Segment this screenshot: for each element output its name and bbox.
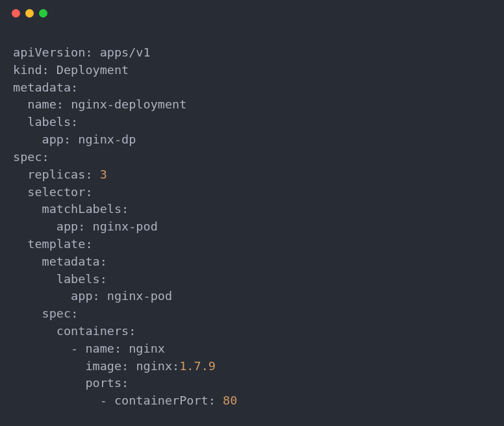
yaml-key: matchLabels — [42, 202, 122, 216]
terminal-window: apiVersion: apps/v1kind: Deploymentmetad… — [0, 0, 504, 426]
code-line: spec: — [13, 149, 491, 166]
yaml-dash: - — [100, 394, 107, 407]
yaml-key: app — [57, 219, 78, 233]
code-line: selector: — [13, 184, 491, 201]
yaml-key: app — [42, 132, 64, 146]
code-line: labels: — [13, 114, 491, 131]
yaml-key: spec — [13, 150, 42, 164]
yaml-key: metadata — [13, 81, 71, 94]
yaml-key: labels — [27, 115, 71, 129]
code-line: containers: — [13, 323, 491, 340]
code-line: app: nginx-pod — [13, 218, 491, 236]
yaml-key: containerPort — [114, 394, 208, 407]
yaml-value: nginx — [129, 342, 165, 355]
code-line: app: nginx-pod — [13, 288, 491, 305]
yaml-key: ports — [85, 376, 121, 390]
yaml-key: spec — [42, 307, 71, 320]
yaml-key: labels — [57, 272, 100, 286]
code-line: kind: Deployment — [13, 62, 491, 79]
code-line: replicas: 3 — [13, 166, 491, 184]
yaml-key: replicas — [27, 168, 85, 181]
code-line: metadata: — [13, 79, 491, 97]
yaml-key: app — [71, 289, 92, 303]
yaml-key: metadata — [42, 255, 100, 268]
window-titlebar — [0, 0, 504, 26]
code-line: ports: — [13, 375, 491, 392]
code-line: - name: nginx — [13, 340, 491, 358]
code-line: labels: — [13, 271, 491, 288]
code-line: metadata: — [13, 253, 491, 271]
code-line: template: — [13, 236, 491, 253]
window-close-button[interactable] — [12, 9, 20, 18]
yaml-value: nginx-deployment — [71, 97, 186, 111]
yaml-value: 3 — [100, 168, 107, 181]
window-maximize-button[interactable] — [39, 9, 47, 18]
code-line: image: nginx:1.7.9 — [13, 358, 491, 375]
yaml-value: 1.7.9 — [179, 359, 216, 373]
code-line: - containerPort: 80 — [13, 392, 491, 410]
yaml-key: selector — [27, 185, 85, 199]
yaml-value: nginx-dp — [78, 132, 136, 146]
yaml-key: template — [27, 237, 85, 251]
yaml-key: apiVersion — [13, 45, 85, 59]
yaml-key: image — [85, 359, 121, 373]
yaml-key: name — [85, 342, 114, 355]
yaml-key: containers — [57, 324, 129, 338]
yaml-dash: - — [71, 342, 78, 355]
yaml-value: Deployment — [57, 63, 129, 77]
code-editor[interactable]: apiVersion: apps/v1kind: Deploymentmetad… — [0, 26, 504, 426]
yaml-value: nginx — [136, 359, 172, 373]
code-line: name: nginx-deployment — [13, 96, 491, 114]
yaml-key: name — [27, 97, 57, 111]
code-line: matchLabels: — [13, 201, 491, 218]
code-line: spec: — [13, 305, 491, 323]
yaml-value: nginx-pod — [93, 219, 158, 233]
code-line: app: nginx-dp — [13, 131, 491, 149]
yaml-value: apps/v1 — [100, 45, 151, 59]
window-minimize-button[interactable] — [25, 9, 34, 18]
code-line: apiVersion: apps/v1 — [13, 44, 491, 62]
yaml-value: 80 — [223, 394, 237, 407]
yaml-value: nginx-pod — [107, 289, 172, 303]
yaml-key: kind — [13, 63, 42, 77]
